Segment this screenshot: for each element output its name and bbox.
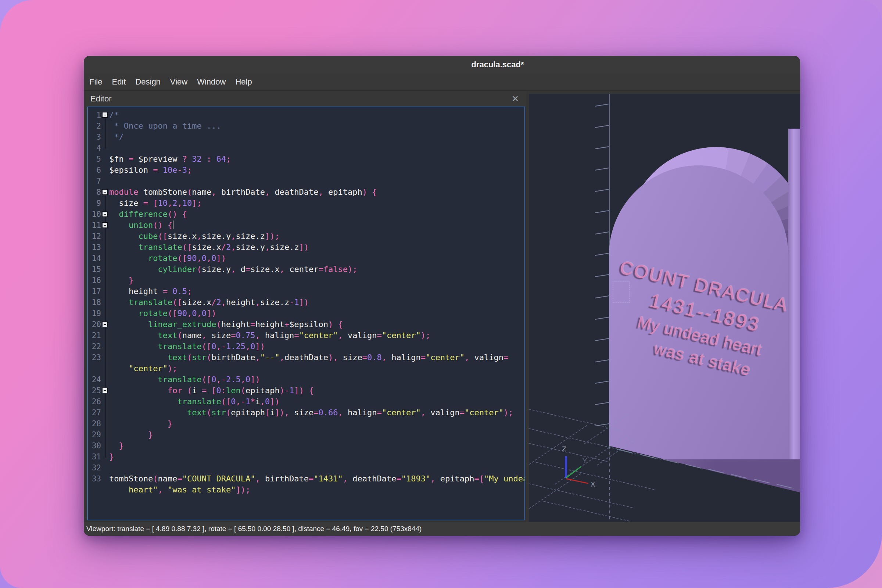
line-number: 30	[88, 440, 101, 451]
editor-dock: Editor ✕ 1/*2 * Once upon a time ...3 */…	[86, 91, 526, 522]
fold-toggle-icon[interactable]	[102, 212, 108, 217]
code-line-text: }	[109, 418, 524, 429]
code-row[interactable]: 32	[88, 462, 524, 473]
code-line-text: cylinder(size.y, d=size.x, center=false)…	[109, 264, 524, 275]
line-number: 28	[88, 418, 101, 429]
code-row[interactable]: 12 cube([size.x,size.y,size.z]);	[88, 231, 524, 242]
code-row[interactable]: 31}	[88, 451, 524, 462]
close-icon[interactable]: ✕	[512, 94, 519, 103]
tombstone-right-side	[788, 129, 800, 459]
menu-view[interactable]: View	[165, 74, 192, 90]
line-number: 33	[88, 473, 101, 484]
code-row[interactable]: 16 }	[88, 275, 524, 286]
fold-column	[101, 132, 109, 142]
code-row[interactable]: 10 difference() {	[88, 209, 524, 220]
code-row[interactable]: 25 for (i = [0:len(epitaph)-1]) {	[88, 385, 524, 396]
code-line-text: }	[109, 451, 524, 462]
code-row[interactable]: "center");	[88, 363, 524, 374]
fold-column	[101, 363, 109, 374]
editor-dock-header[interactable]: Editor ✕	[86, 91, 526, 106]
line-number: 12	[88, 231, 101, 242]
code-row[interactable]: 4	[88, 142, 524, 154]
ruler-tick	[595, 104, 609, 106]
fold-column	[101, 308, 109, 319]
menu-edit[interactable]: Edit	[107, 74, 130, 90]
line-number: 21	[88, 330, 101, 341]
title-bar[interactable]: dracula.scad*	[84, 56, 800, 74]
fold-column	[101, 176, 109, 187]
line-number: 14	[88, 253, 101, 264]
code-line-text: rotate([90,0,0])	[109, 253, 524, 264]
line-number: 9	[88, 198, 101, 209]
fold-column	[101, 330, 109, 341]
line-number: 15	[88, 264, 101, 275]
ruler-tick	[595, 168, 609, 171]
code-row[interactable]: 22 translate([0,-1.25,0])	[88, 341, 524, 352]
code-row[interactable]: 27 text(str(epitaph[i]), size=0.66, hali…	[88, 407, 524, 418]
code-row[interactable]: 1/*	[88, 110, 524, 120]
code-row[interactable]: 33tombStone(name="COUNT DRACULA", birthD…	[88, 473, 524, 484]
x-axis-label: X	[591, 480, 596, 488]
code-line-text: rotate([90,0,0])	[109, 308, 524, 319]
line-number: 1	[88, 110, 101, 120]
code-row[interactable]: 24 translate([0,-2.5,0])	[88, 374, 524, 385]
code-row[interactable]: 7	[88, 176, 524, 187]
viewport-3d[interactable]: COUNT DRACULA1431--1893My undead heartwa…	[529, 94, 800, 522]
code-line-text: height = 0.5;	[109, 286, 524, 297]
code-row[interactable]: 6$epsilon = 10e-3;	[88, 165, 524, 176]
code-row[interactable]: 28 }	[88, 418, 524, 429]
code-line-text: difference() {	[109, 209, 524, 220]
line-number: 31	[88, 451, 101, 462]
line-number: 19	[88, 308, 101, 319]
code-row[interactable]: 21 text(name, size=0.75, halign="center"…	[88, 330, 524, 341]
grid-marker	[613, 282, 630, 303]
code-line-text: translate([size.x/2,height,size.z-1])	[109, 297, 524, 308]
line-number: 17	[88, 286, 101, 297]
code-row[interactable]: 2 * Once upon a time ...	[88, 120, 524, 132]
code-row[interactable]: heart", "was at stake"]);	[88, 484, 524, 495]
line-number: 4	[88, 142, 101, 154]
fold-column	[101, 220, 109, 231]
ruler-tick	[595, 296, 609, 298]
fold-column	[101, 275, 109, 286]
code-row[interactable]: 3 */	[88, 132, 524, 142]
code-row[interactable]: 29 }	[88, 429, 524, 440]
fold-toggle-icon[interactable]	[102, 189, 108, 195]
code-row[interactable]: 9 size = [10,2,10];	[88, 198, 524, 209]
code-row[interactable]: 13 translate([size.x/2,size.y,size.z])	[88, 242, 524, 253]
menu-window[interactable]: Window	[192, 74, 230, 90]
line-number: 24	[88, 374, 101, 385]
line-number: 8	[88, 187, 101, 198]
code-row[interactable]: 8module tombStone(name, birthDate, death…	[88, 187, 524, 198]
code-row[interactable]: 23 text(str(birthDate,"--",deathDate), s…	[88, 352, 524, 363]
fold-toggle-icon[interactable]	[102, 388, 108, 393]
code-row[interactable]: 17 height = 0.5;	[88, 286, 524, 297]
ruler-tick	[595, 125, 609, 128]
fold-toggle-icon[interactable]	[102, 322, 108, 327]
line-number: 27	[88, 407, 101, 418]
code-row[interactable]: 14 rotate([90,0,0])	[88, 253, 524, 264]
fold-toggle-icon[interactable]	[102, 112, 108, 118]
code-editor[interactable]: 1/*2 * Once upon a time ...3 */45$fn = $…	[87, 106, 525, 520]
code-row[interactable]: 5$fn = $preview ? 32 : 64;	[88, 154, 524, 165]
fold-column	[101, 440, 109, 451]
code-line-text	[109, 176, 524, 187]
code-row[interactable]: 15 cylinder(size.y, d=size.x, center=fal…	[88, 264, 524, 275]
line-number: 13	[88, 242, 101, 253]
fold-column	[101, 242, 109, 253]
line-number: 6	[88, 165, 101, 176]
menu-design[interactable]: Design	[130, 74, 165, 90]
menu-file[interactable]: File	[84, 74, 107, 90]
code-row[interactable]: 30 }	[88, 440, 524, 451]
menu-help[interactable]: Help	[230, 74, 256, 90]
code-row[interactable]: 19 rotate([90,0,0])	[88, 308, 524, 319]
code-row[interactable]: 26 translate([0,-1*i,0])	[88, 396, 524, 407]
line-number: 3	[88, 132, 101, 142]
fold-column	[101, 110, 109, 120]
code-row[interactable]: 18 translate([size.x/2,height,size.z-1])	[88, 297, 524, 308]
code-line-text: $fn = $preview ? 32 : 64;	[109, 154, 524, 165]
line-number: 18	[88, 297, 101, 308]
code-row[interactable]: 20 linear_extrude(height=height+$epsilon…	[88, 319, 524, 330]
fold-toggle-icon[interactable]	[102, 222, 108, 228]
code-row[interactable]: 11 union() {	[88, 220, 524, 231]
